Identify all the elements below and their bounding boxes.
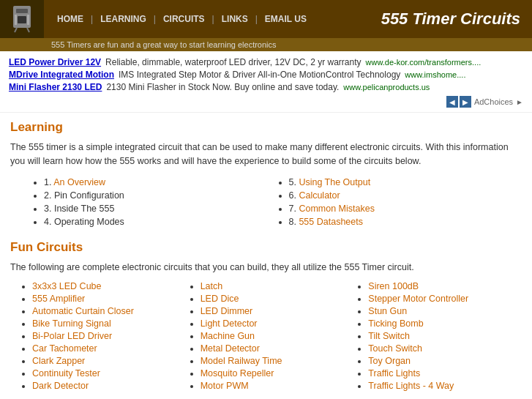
circuit-link[interactable]: Model Railway Time — [201, 356, 282, 366]
ad-footer: ◀ ▶ AdChoices ► — [9, 94, 523, 109]
list-item: Metal Detector — [201, 343, 354, 354]
list-item: Clark Zapper — [32, 356, 186, 366]
fun-circuits-intro: The following are complete electronic ci… — [10, 261, 522, 275]
circuit-link[interactable]: Siren 100dB — [368, 281, 419, 291]
ad-prev-button[interactable]: ◀ — [446, 96, 458, 108]
circuit-link[interactable]: Dark Detector — [32, 381, 89, 391]
learning-link-output[interactable]: Using The Output — [299, 177, 370, 187]
circuit-link[interactable]: LED Dice — [201, 294, 239, 304]
circuit-link[interactable]: Motor PWM — [201, 381, 249, 391]
list-item: LED Dice — [201, 294, 354, 304]
list-item: Automatic Curtain Closer — [32, 306, 186, 316]
circuit-link[interactable]: Metal Detector — [201, 343, 260, 354]
circuit-link[interactable]: Bi-Polar LED Driver — [32, 331, 112, 341]
circuit-link[interactable]: Stun Gun — [368, 306, 407, 316]
list-item: 4. Operating Modes — [44, 217, 277, 227]
list-item: Bi-Polar LED Driver — [32, 331, 186, 341]
list-item: Siren 100dB — [368, 281, 522, 291]
nav-email[interactable]: EMAIL US — [261, 14, 311, 24]
nav-links[interactable]: LINKS — [217, 14, 252, 24]
page-header: HOME | LEARNING | CIRCUITS | LINKS | EMA… — [0, 0, 532, 38]
circuit-link[interactable]: Traffic Lights - 4 Way — [368, 381, 454, 391]
learning-text-modes: Operating Modes — [54, 217, 124, 227]
circuit-link[interactable]: Mosquito Repeller — [201, 368, 274, 379]
list-item: Latch — [201, 281, 354, 291]
circuit-link[interactable]: Ticking Bomb — [368, 318, 423, 329]
main-content: Learning The 555 timer is a simple integ… — [0, 113, 532, 399]
svg-rect-4 — [18, 16, 26, 23]
ad-row-2: MDrive Integrated Motion IMS Integrated … — [9, 70, 523, 80]
list-item: Ticking Bomb — [368, 318, 522, 329]
circuit-link[interactable]: Toy Organ — [368, 356, 411, 366]
circuits-col-2: LatchLED DiceLED DimmerLight DetectorMac… — [186, 281, 354, 393]
list-item: Bike Turning Signal — [32, 318, 186, 329]
list-item: LED Dimmer — [201, 306, 354, 316]
circuit-link[interactable]: Automatic Curtain Closer — [32, 306, 134, 316]
list-item: Dark Detector — [32, 381, 186, 391]
learning-link-mistakes[interactable]: Common Mistakes — [299, 204, 375, 214]
list-item: 3. Inside The 555 — [44, 204, 277, 214]
ad-row-1: LED Power Driver 12V Reliable, dimmable,… — [9, 57, 523, 67]
learning-title: Learning — [10, 120, 522, 135]
list-item: 3x3x3 LED Cube — [32, 281, 186, 291]
circuit-link[interactable]: Latch — [201, 281, 223, 291]
ad-url-1: www.de-kor.com/transformers.... — [366, 58, 482, 67]
learning-text-pin: Pin Configuration — [54, 190, 124, 201]
learning-intro: The 555 timer is a simple integrated cir… — [10, 141, 522, 168]
ad-link-2[interactable]: MDrive Integrated Motion — [9, 70, 114, 80]
list-item: Model Railway Time — [201, 356, 354, 366]
ad-row-3: Mini Flasher 2130 LED 2130 Mini Flasher … — [9, 82, 523, 92]
ad-choices-icon: ► — [516, 98, 523, 106]
nav-learning[interactable]: LEARNING — [96, 14, 151, 24]
svg-rect-1 — [16, 9, 28, 13]
svg-rect-3 — [27, 15, 29, 25]
ad-next-button[interactable]: ▶ — [460, 96, 471, 108]
list-item: Traffic Lights — [368, 368, 522, 379]
circuit-link[interactable]: Machine Gun — [201, 331, 255, 341]
circuits-lists: 3x3x3 LED Cube555 AmplifierAutomatic Cur… — [18, 281, 522, 393]
circuit-link[interactable]: Continuity Tester — [32, 368, 100, 379]
ad-url-2: www.imshome.... — [405, 70, 465, 79]
ad-nav[interactable]: ◀ ▶ — [446, 96, 471, 108]
ad-link-3[interactable]: Mini Flasher 2130 LED — [9, 82, 102, 92]
circuit-link[interactable]: Bike Turning Signal — [32, 318, 111, 329]
list-item: 6. Calculator — [289, 190, 522, 201]
circuit-link[interactable]: Tilt Switch — [368, 331, 410, 341]
ad-choices-label: AdChoices — [474, 97, 513, 106]
circuit-link[interactable]: 555 Amplifier — [32, 294, 85, 304]
circuit-link[interactable]: Stepper Motor Controller — [368, 294, 468, 304]
learning-link-datasheets[interactable]: 555 Datasheets — [299, 217, 363, 227]
learning-link-overview[interactable]: An Overview — [53, 177, 105, 187]
circuit-link[interactable]: Touch Switch — [368, 343, 422, 354]
list-item: Tilt Switch — [368, 331, 522, 341]
list-item: Motor PWM — [201, 381, 354, 391]
svg-rect-2 — [15, 15, 17, 25]
list-item: 1. An Overview — [44, 177, 277, 187]
ad-desc-1: Reliable, dimmable, waterproof LED drive… — [105, 57, 361, 67]
circuit-link[interactable]: LED Dimmer — [201, 306, 253, 316]
nav-home[interactable]: HOME — [53, 14, 88, 24]
ad-desc-2: IMS Integrated Step Motor & Driver All-i… — [119, 70, 400, 80]
circuit-link[interactable]: Clark Zapper — [32, 356, 85, 366]
ad-url-3: www.pelicanproducts.us — [343, 83, 430, 92]
list-item: Traffic Lights - 4 Way — [368, 381, 522, 391]
list-item: Machine Gun — [201, 331, 354, 341]
circuit-link[interactable]: Car Tachometer — [32, 343, 97, 354]
list-item: Continuity Tester — [32, 368, 186, 379]
circuit-link[interactable]: Light Detector — [201, 318, 258, 329]
ad-desc-3: 2130 Mini Flasher in Stock Now. Buy onli… — [106, 82, 339, 92]
list-item: 555 Amplifier — [32, 294, 186, 304]
nav-bar: HOME | LEARNING | CIRCUITS | LINKS | EMA… — [44, 14, 381, 24]
list-item: Toy Organ — [368, 356, 522, 366]
circuit-link[interactable]: 3x3x3 LED Cube — [32, 281, 102, 291]
site-subtitle: 555 Timers are fun and a great way to st… — [0, 38, 532, 51]
circuit-link[interactable]: Traffic Lights — [368, 368, 420, 379]
list-item: Mosquito Repeller — [201, 368, 354, 379]
ad-link-1[interactable]: LED Power Driver 12V — [9, 57, 101, 67]
list-item: 8. 555 Datasheets — [289, 217, 522, 227]
list-item: 2. Pin Configuration — [44, 190, 277, 201]
learning-link-calculator[interactable]: Calculator — [299, 190, 340, 201]
nav-circuits[interactable]: CIRCUITS — [159, 14, 209, 24]
site-logo — [0, 0, 44, 38]
list-item: Touch Switch — [368, 343, 522, 354]
